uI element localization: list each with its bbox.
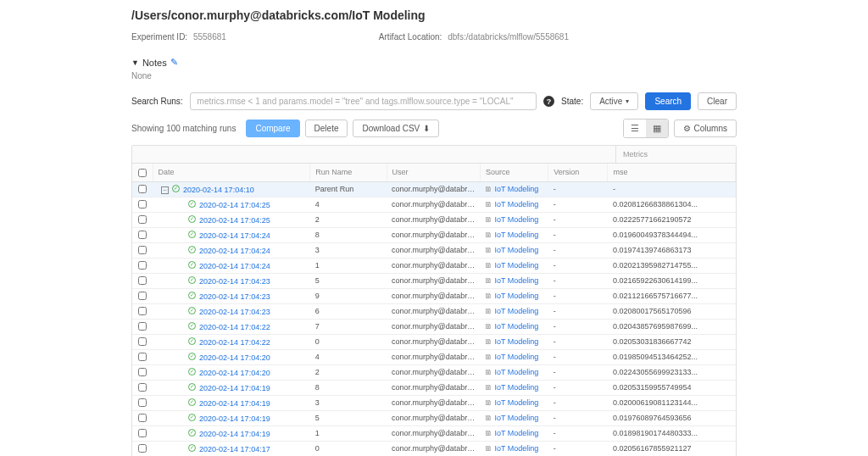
row-checkbox-cell[interactable] [132,242,153,258]
run-date-link[interactable]: 2020-02-14 17:04:10 [183,186,254,194]
date-cell[interactable]: 2020-02-14 17:04:22 [153,319,310,334]
header-checkbox[interactable] [132,164,153,181]
run-date-link[interactable]: 2020-02-14 17:04:23 [199,277,270,286]
source-cell[interactable]: 🗎IoT Modeling [480,395,548,410]
date-cell[interactable]: 2020-02-14 17:04:25 [153,197,310,212]
source-cell[interactable]: 🗎IoT Modeling [480,181,548,197]
run-date-link[interactable]: 2020-02-14 17:04:24 [199,247,270,255]
run-date-link[interactable]: 2020-02-14 17:04:20 [199,369,270,377]
table-row[interactable]: 2020-02-14 17:04:220conor.murphy@databri… [132,334,736,349]
run-date-link[interactable]: 2020-02-14 17:04:17 [199,445,270,453]
source-link[interactable]: IoT Modeling [494,200,538,209]
help-icon[interactable]: ? [543,96,554,107]
row-checkbox-cell[interactable] [132,441,153,456]
row-checkbox-cell[interactable] [132,380,153,395]
run-date-link[interactable]: 2020-02-14 17:04:24 [199,262,270,270]
row-checkbox-cell[interactable] [132,288,153,303]
date-cell[interactable]: 2020-02-14 17:04:20 [153,364,310,380]
edit-icon[interactable]: ✎ [170,57,178,68]
source-cell[interactable]: 🗎IoT Modeling [480,319,548,334]
header-run-name[interactable]: Run Name [310,164,387,181]
run-date-link[interactable]: 2020-02-14 17:04:25 [199,201,270,209]
row-checkbox-cell[interactable] [132,395,153,410]
source-link[interactable]: IoT Modeling [494,185,538,193]
row-checkbox-cell[interactable] [132,425,153,441]
row-checkbox-cell[interactable] [132,349,153,364]
row-checkbox-cell[interactable] [132,212,153,227]
run-date-link[interactable]: 2020-02-14 17:04:23 [199,292,270,301]
table-row[interactable]: 2020-02-14 17:04:191conor.murphy@databri… [132,425,736,441]
row-checkbox-cell[interactable] [132,273,153,288]
source-cell[interactable]: 🗎IoT Modeling [480,197,548,212]
header-mse[interactable]: mse [608,164,736,181]
source-link[interactable]: IoT Modeling [494,292,538,300]
source-link[interactable]: IoT Modeling [494,429,538,437]
table-row[interactable]: 2020-02-14 17:04:193conor.murphy@databri… [132,395,736,410]
grid-view-button[interactable]: ▦ [646,120,668,137]
clear-button[interactable]: Clear [698,92,737,110]
source-cell[interactable]: 🗎IoT Modeling [480,425,548,441]
source-link[interactable]: IoT Modeling [494,231,538,239]
source-cell[interactable]: 🗎IoT Modeling [480,349,548,364]
row-checkbox-cell[interactable] [132,181,153,197]
table-row[interactable]: 2020-02-14 17:04:204conor.murphy@databri… [132,349,736,364]
source-cell[interactable]: 🗎IoT Modeling [480,258,548,273]
row-checkbox-cell[interactable] [132,364,153,380]
download-csv-button[interactable]: Download CSV ⬇ [353,120,439,137]
notes-toggle[interactable]: ▼ Notes ✎ [131,57,737,68]
source-cell[interactable]: 🗎IoT Modeling [480,242,548,258]
date-cell[interactable]: 2020-02-14 17:04:20 [153,349,310,364]
source-cell[interactable]: 🗎IoT Modeling [480,410,548,425]
table-row[interactable]: −2020-02-14 17:04:10Parent Runconor.murp… [132,181,736,197]
source-link[interactable]: IoT Modeling [494,414,538,422]
date-cell[interactable]: 2020-02-14 17:04:22 [153,334,310,349]
source-link[interactable]: IoT Modeling [494,322,538,331]
header-user[interactable]: User [387,164,480,181]
delete-button[interactable]: Delete [305,120,348,137]
state-dropdown[interactable]: Active [590,92,638,110]
run-date-link[interactable]: 2020-02-14 17:04:24 [199,231,270,240]
source-cell[interactable]: 🗎IoT Modeling [480,227,548,242]
row-checkbox-cell[interactable] [132,197,153,212]
run-date-link[interactable]: 2020-02-14 17:04:19 [199,430,270,438]
list-view-button[interactable]: ☰ [624,120,646,137]
source-cell[interactable]: 🗎IoT Modeling [480,288,548,303]
source-link[interactable]: IoT Modeling [494,307,538,315]
table-row[interactable]: 2020-02-14 17:04:239conor.murphy@databri… [132,288,736,303]
source-cell[interactable]: 🗎IoT Modeling [480,303,548,319]
row-checkbox-cell[interactable] [132,227,153,242]
row-checkbox-cell[interactable] [132,258,153,273]
source-cell[interactable]: 🗎IoT Modeling [480,364,548,380]
row-checkbox-cell[interactable] [132,334,153,349]
run-date-link[interactable]: 2020-02-14 17:04:25 [199,216,270,225]
row-checkbox-cell[interactable] [132,303,153,319]
table-row[interactable]: 2020-02-14 17:04:248conor.murphy@databri… [132,227,736,242]
source-link[interactable]: IoT Modeling [494,383,538,392]
source-cell[interactable]: 🗎IoT Modeling [480,380,548,395]
source-cell[interactable]: 🗎IoT Modeling [480,273,548,288]
table-row[interactable]: 2020-02-14 17:04:202conor.murphy@databri… [132,364,736,380]
row-checkbox-cell[interactable] [132,410,153,425]
source-link[interactable]: IoT Modeling [494,276,538,285]
table-row[interactable]: 2020-02-14 17:04:198conor.murphy@databri… [132,380,736,395]
date-cell[interactable]: 2020-02-14 17:04:24 [153,258,310,273]
header-date[interactable]: Date [153,164,310,181]
run-date-link[interactable]: 2020-02-14 17:04:22 [199,323,270,331]
source-link[interactable]: IoT Modeling [494,215,538,224]
header-version[interactable]: Version [548,164,608,181]
date-cell[interactable]: 2020-02-14 17:04:19 [153,395,310,410]
header-source[interactable]: Source [480,164,548,181]
table-row[interactable]: 2020-02-14 17:04:235conor.murphy@databri… [132,273,736,288]
date-cell[interactable]: 2020-02-14 17:04:24 [153,227,310,242]
source-link[interactable]: IoT Modeling [494,261,538,270]
date-cell[interactable]: 2020-02-14 17:04:19 [153,380,310,395]
table-row[interactable]: 2020-02-14 17:04:241conor.murphy@databri… [132,258,736,273]
columns-button[interactable]: ⚙ Columns [674,120,737,137]
source-link[interactable]: IoT Modeling [494,246,538,254]
source-link[interactable]: IoT Modeling [494,353,538,361]
search-input[interactable] [190,92,537,110]
view-mode-toggle[interactable]: ☰ ▦ [623,119,669,138]
collapse-icon[interactable]: − [161,186,169,194]
source-link[interactable]: IoT Modeling [494,368,538,376]
search-button[interactable]: Search [645,92,691,110]
